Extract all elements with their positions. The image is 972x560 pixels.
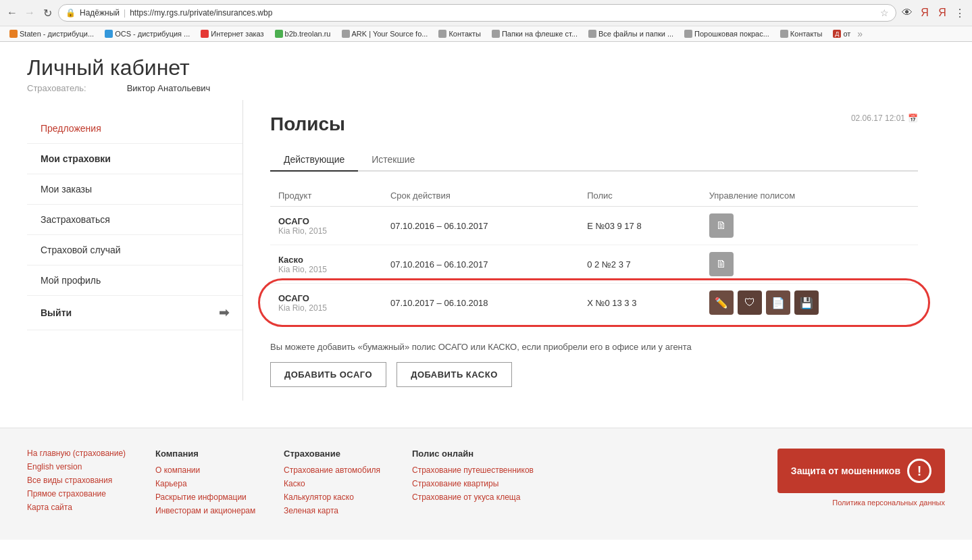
sidebar-item-my-insurance[interactable]: Мои страховки xyxy=(27,144,242,174)
footer-link-car-insurance[interactable]: Страхование автомобиля xyxy=(284,465,385,475)
row2-policy-prefix: 0 xyxy=(587,259,592,270)
content-title: Полисы xyxy=(270,113,345,135)
logout-label: Выйти xyxy=(41,307,72,318)
page-header: Личный кабинет Страхователь: Виктор Анат… xyxy=(0,42,972,100)
footer-link-travel[interactable]: Страхование путешественников xyxy=(412,465,534,475)
logout-arrow-icon: ➡ xyxy=(219,305,229,320)
footer-link-english[interactable]: English version xyxy=(27,462,128,472)
bookmark-contacts1[interactable]: Контакты xyxy=(434,28,485,39)
yandex-icon-2[interactable]: Я xyxy=(936,6,949,20)
reload-button[interactable]: ↻ xyxy=(41,6,54,20)
footer-col-3: Страхование Страхование автомобиля Каско… xyxy=(284,449,385,519)
bookmark-ocs[interactable]: OCS - дистрибуция ... xyxy=(101,28,194,39)
row3-pdf-button[interactable]: 📄 xyxy=(766,290,790,315)
bookmark-ark[interactable]: ARK | Your Source fo... xyxy=(338,28,432,39)
profile-label: Мой профиль xyxy=(41,275,101,286)
row3-product: ОСАГО Kia Rio, 2015 xyxy=(270,284,382,322)
page-title: Личный кабинет xyxy=(27,55,945,80)
fraud-text: Защита от мошенников xyxy=(791,465,900,476)
row3-edit-button[interactable]: ✏️ xyxy=(709,290,734,315)
footer-link-disclosure[interactable]: Раскрытие информации xyxy=(155,492,257,502)
back-button[interactable]: ← xyxy=(5,6,19,20)
row2-period: 07.10.2016 – 06.10.2017 xyxy=(382,245,579,284)
sidebar-item-insure[interactable]: Застраховаться xyxy=(27,205,242,235)
lock-icon: 🔒 xyxy=(66,8,76,18)
yandex-icon-1[interactable]: Я xyxy=(918,6,931,20)
sidebar-item-offers[interactable]: Предложения xyxy=(27,113,242,144)
footer-col3-title: Страхование xyxy=(284,449,385,459)
sidebar-item-claim[interactable]: Страховой случай xyxy=(27,235,242,265)
row3-save-button[interactable]: 💾 xyxy=(794,290,819,315)
browser-chrome: ← → ↻ 🔒 Надёжный | https://my.rgs.ru/pri… xyxy=(0,0,972,42)
sidebar-logout[interactable]: Выйти ➡ xyxy=(27,296,242,330)
bookmark-contacts2[interactable]: Контакты xyxy=(776,28,827,39)
menu-button[interactable]: ⋮ xyxy=(953,6,967,20)
content-header: Полисы 02.06.17 12:01 📅 xyxy=(270,113,918,135)
extensions-button[interactable]: 👁 xyxy=(900,6,914,20)
bookmark-internet-order[interactable]: Интернет заказ xyxy=(197,28,267,39)
footer-policy-link[interactable]: Политика персональных данных xyxy=(832,499,945,507)
row1-actions: 🗎 xyxy=(701,207,918,245)
row2-document-button[interactable]: 🗎 xyxy=(709,252,734,276)
claim-label: Страховой случай xyxy=(41,245,121,255)
footer-link-kasko[interactable]: Каско xyxy=(284,479,385,488)
sidebar-item-profile[interactable]: Мой профиль xyxy=(27,265,242,296)
footer-link-tick[interactable]: Страхование от укуса клеща xyxy=(412,492,534,502)
col-management: Управление полисом xyxy=(701,185,918,207)
footer-link-allinsurance[interactable]: Все виды страхования xyxy=(27,476,128,485)
policies-table-wrapper: Продукт Срок действия Полис Управление п… xyxy=(270,185,918,322)
footer-grid: На главную (страхование) English version… xyxy=(27,449,945,519)
footer-link-green-card[interactable]: Зеленая карта xyxy=(284,506,385,515)
footer-col2-title: Компания xyxy=(155,449,257,459)
star-icon[interactable]: ☆ xyxy=(880,7,889,18)
footer-col-2: Компания О компании Карьера Раскрытие ин… xyxy=(155,449,257,519)
footer-link-investors[interactable]: Инвесторам и акционерам xyxy=(155,506,257,515)
tabs: Действующие Истекшие xyxy=(270,149,918,172)
forward-button[interactable]: → xyxy=(23,6,36,20)
page-footer: На главную (страхование) English version… xyxy=(0,428,972,540)
footer-link-about[interactable]: О компании xyxy=(155,465,257,475)
bookmark-from[interactable]: Д от xyxy=(829,28,854,39)
sidebar-item-my-orders[interactable]: Мои заказы xyxy=(27,174,242,205)
footer-link-apartment[interactable]: Страхование квартиры xyxy=(412,479,534,488)
insure-label: Застраховаться xyxy=(41,214,110,225)
offers-link[interactable]: Предложения xyxy=(41,123,101,134)
sidebar-nav: Предложения Мои страховки Мои заказы Зас… xyxy=(27,113,242,330)
add-kasko-button[interactable]: ДОБАВИТЬ КАСКО xyxy=(397,362,512,387)
row3-shield-button[interactable]: 🛡 xyxy=(738,290,762,315)
bookmark-staten[interactable]: Staten - дистрибуци... xyxy=(5,28,98,39)
row2-product-name: Каско xyxy=(278,255,374,265)
footer-col-1: На главную (страхование) English version… xyxy=(27,449,128,519)
row3-action-buttons: ✏️ 🛡 📄 💾 xyxy=(709,290,910,315)
address-bar[interactable]: 🔒 Надёжный | https://my.rgs.ru/private/i… xyxy=(58,4,896,22)
row2-policy-number: 2 №2 3 7 xyxy=(594,259,631,270)
row1-document-button[interactable]: 🗎 xyxy=(709,213,734,238)
row3-policy-number: №0 13 3 3 xyxy=(595,298,636,308)
footer-link-kasko-calc[interactable]: Калькулятор каско xyxy=(284,492,385,502)
bookmark-folders[interactable]: Папки на флешке ст... xyxy=(488,28,582,39)
row1-policy-number: №03 9 17 8 xyxy=(595,221,641,231)
bookmarks-bar: Staten - дистрибуци... OCS - дистрибуция… xyxy=(0,26,972,41)
footer-link-home[interactable]: На главную (страхование) xyxy=(27,449,128,458)
bookmarks-more[interactable]: » xyxy=(857,28,863,39)
add-osago-button[interactable]: ДОБАВИТЬ ОСАГО xyxy=(270,362,386,387)
calendar-icon: 📅 xyxy=(908,113,918,123)
fraud-section: Защита от мошенников ! Политика персонал… xyxy=(561,449,945,519)
table-row: ОСАГО Kia Rio, 2015 07.10.2016 – 06.10.2… xyxy=(270,207,918,245)
sidebar: Предложения Мои страховки Мои заказы Зас… xyxy=(27,100,243,401)
bookmark-powder[interactable]: Порошковая покрас... xyxy=(680,28,773,39)
footer-link-career[interactable]: Карьера xyxy=(155,479,257,488)
footer-link-sitemap[interactable]: Карта сайта xyxy=(27,503,128,512)
row3-product-name: ОСАГО xyxy=(278,293,374,303)
row2-product-sub: Kia Rio, 2015 xyxy=(278,265,374,274)
fraud-icon: ! xyxy=(907,459,931,483)
footer-link-direct[interactable]: Прямое страхование xyxy=(27,489,128,499)
fraud-banner[interactable]: Защита от мошенников ! xyxy=(777,449,945,493)
bookmark-b2b[interactable]: b2b.treolan.ru xyxy=(271,28,335,39)
table-body: ОСАГО Kia Rio, 2015 07.10.2016 – 06.10.2… xyxy=(270,207,918,322)
bookmark-allfiles[interactable]: Все файлы и папки ... xyxy=(584,28,677,39)
table-row-highlighted: ОСАГО Kia Rio, 2015 07.10.2017 – 06.10.2… xyxy=(270,284,918,322)
main-content: Полисы 02.06.17 12:01 📅 Действующие Исте… xyxy=(243,100,945,401)
tab-expired[interactable]: Истекшие xyxy=(358,149,428,172)
tab-active[interactable]: Действующие xyxy=(270,149,358,172)
